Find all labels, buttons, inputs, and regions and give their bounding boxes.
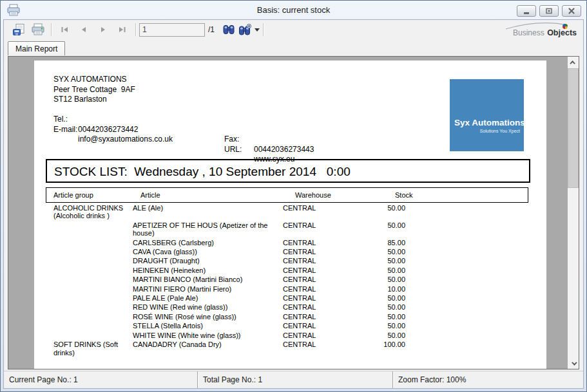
report-view-area: SYX AUTOMATIONS Peer Tree Cottage 9AF ST… <box>8 56 579 369</box>
table-row: ROSÉ WINE (Rosé wine (glass)) CENTRAL 50… <box>46 313 528 321</box>
brand-word-objects: Objects <box>547 28 577 37</box>
cell-warehouse: CENTRAL <box>283 239 383 247</box>
cell-article-group <box>46 303 133 311</box>
tel-value: 00442036273442 <box>78 125 138 135</box>
vertical-scrollbar[interactable] <box>568 57 579 369</box>
cell-warehouse: CENTRAL <box>283 341 383 357</box>
page-total-label: /1 <box>208 25 215 34</box>
cell-stock: 50.00 <box>383 266 405 274</box>
cell-stock: 50.00 <box>383 294 405 302</box>
page-number-input[interactable] <box>139 23 205 37</box>
next-page-button[interactable] <box>93 21 113 38</box>
business-objects-logo: Business Objects <box>501 24 577 38</box>
print-icon <box>31 23 45 36</box>
email-value: info@syxautomations.co.uk <box>78 135 173 145</box>
cell-warehouse: CENTRAL <box>283 266 383 274</box>
close-button[interactable] <box>562 5 581 17</box>
table-row: CAVA (Cava (glass)) CENTRAL 50.00 <box>46 248 528 256</box>
url-label: URL: <box>224 145 242 155</box>
cell-article-group <box>46 313 133 321</box>
zoom-binoculars-icon <box>238 24 252 36</box>
cell-stock: 50.00 <box>383 257 405 265</box>
cell-article: STELLA (Stella Artois) <box>133 322 283 330</box>
company-name: SYX AUTOMATIONS <box>53 75 414 85</box>
table-row: MARTINI FIERO (Martini Fiero) CENTRAL 10… <box>46 285 528 293</box>
table-row: APETIZER OF THE HOUS (Apetizer of the ho… <box>46 221 528 238</box>
logo-name: Syx Automations <box>454 118 521 127</box>
company-email-url-row: E-mail: info@syxautomations.co.uk URL: w… <box>53 115 414 125</box>
table-row: PALE ALE (Pale Ale) CENTRAL 50.00 <box>46 294 528 302</box>
cell-warehouse: CENTRAL <box>283 313 383 321</box>
cell-stock: 50.00 <box>383 331 405 339</box>
cell-article: ROSÉ WINE (Rosé wine (glass)) <box>133 313 283 321</box>
cell-warehouse: CENTRAL <box>283 221 383 238</box>
cell-stock: 50.00 <box>383 204 405 220</box>
company-logo: Syx Automations Solutions You Xpect <box>450 79 524 151</box>
tab-bar: Main Report <box>4 39 583 56</box>
status-total-pages: Total Page No.: 1 <box>198 371 393 388</box>
cell-stock: 50.00 <box>383 221 405 238</box>
status-current-page: Current Page No.: 1 <box>4 371 198 388</box>
find-button[interactable] <box>219 21 238 38</box>
table-row: HEINEKEN (Heineken) CENTRAL 50.00 <box>46 266 528 274</box>
column-header-stock: Stock <box>395 191 413 199</box>
report-viewer-window: Basis: current stock <box>0 0 587 392</box>
chevron-down-icon <box>572 360 577 365</box>
table-row: ALCOHOLIC DRINKS (Alcoholic drinks ) ALE… <box>46 204 528 220</box>
cell-stock: 100.00 <box>383 341 405 357</box>
table-row: DRAUGHT (Draught) CENTRAL 50.00 <box>46 257 528 265</box>
fax-label: Fax: <box>224 135 239 145</box>
client-area: /1 <box>3 19 584 389</box>
next-page-icon <box>98 24 108 35</box>
first-page-button[interactable] <box>55 21 74 38</box>
last-page-button[interactable] <box>113 21 132 38</box>
zoom-button[interactable] <box>238 21 260 38</box>
table-row: RED WINE (Red wine (glass)) CENTRAL 50.0… <box>46 303 528 311</box>
restore-button[interactable] <box>539 5 559 17</box>
titlebar: Basis: current stock <box>1 1 586 19</box>
cell-stock: 10.00 <box>383 285 405 293</box>
scroll-up-button[interactable] <box>568 57 579 68</box>
tab-label: Main Report <box>15 44 57 53</box>
cell-article-group <box>46 257 133 265</box>
cell-article-group <box>46 275 133 283</box>
company-address-line1: Peer Tree Cottage 9AF <box>53 85 414 95</box>
scroll-down-button[interactable] <box>568 358 579 369</box>
cell-article: CARLSBERG (Carlsberg) <box>133 239 283 247</box>
cell-article: HEINEKEN (Heineken) <box>133 266 283 274</box>
logo-tagline: Solutions You Xpect <box>480 129 520 133</box>
table-header-row: Article group Article Warehouse Stock <box>46 187 528 203</box>
table-row: SOFT DRINKS (Soft drinks) CANADADRY (Can… <box>46 341 528 357</box>
cell-warehouse: CENTRAL <box>283 275 383 283</box>
cell-warehouse: CENTRAL <box>283 331 383 339</box>
cell-warehouse: CENTRAL <box>283 204 383 220</box>
window-controls <box>517 5 581 17</box>
previous-page-button[interactable] <box>74 21 93 38</box>
brand-word-business: Business <box>513 28 544 37</box>
company-address-line2: ST12 Barlaston <box>53 95 414 105</box>
export-icon <box>12 23 25 36</box>
column-header-article-group: Article group <box>53 191 93 199</box>
minimize-button[interactable] <box>517 5 536 17</box>
cell-article: MARTINI BIANCO (Martini Bianco) <box>133 275 283 283</box>
scrollbar-thumb[interactable] <box>568 68 579 188</box>
cell-article-group <box>46 331 133 339</box>
print-button[interactable] <box>28 21 48 38</box>
cell-article: WHITE WINE (White wine (glass)) <box>133 331 283 339</box>
cell-article: APETIZER OF THE HOUS (Apetizer of the ho… <box>133 221 283 238</box>
table-row: WHITE WINE (White wine (glass)) CENTRAL … <box>46 331 528 339</box>
last-page-icon <box>117 24 128 35</box>
cell-article-group: ALCOHOLIC DRINKS (Alcoholic drinks ) <box>46 204 133 220</box>
tab-main-report[interactable]: Main Report <box>8 41 65 55</box>
cell-article-group: SOFT DRINKS (Soft drinks) <box>46 341 133 357</box>
cell-article: CAVA (Cava (glass)) <box>133 248 283 256</box>
cell-warehouse: CENTRAL <box>283 285 383 293</box>
email-label: E-mail: <box>53 125 77 135</box>
cell-warehouse: CENTRAL <box>283 248 383 256</box>
export-button[interactable] <box>9 21 28 38</box>
company-header: SYX AUTOMATIONS Peer Tree Cottage 9AF ST… <box>53 75 414 125</box>
cell-stock: 50.00 <box>383 313 405 321</box>
stock-list-title-box: STOCK LIST: Wednesday , 10 September 201… <box>46 159 530 183</box>
cell-stock: 50.00 <box>383 322 405 330</box>
find-binoculars-icon <box>222 24 235 35</box>
